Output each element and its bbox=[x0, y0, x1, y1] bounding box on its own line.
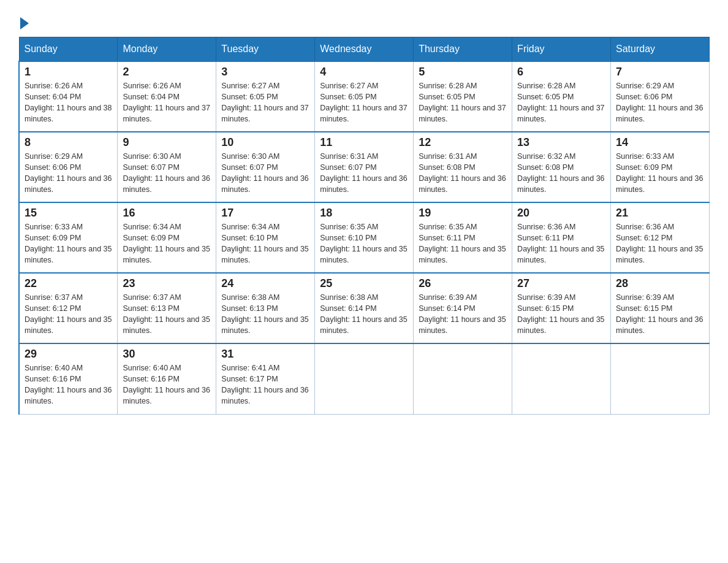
day-info: Sunrise: 6:39 AMSunset: 6:15 PMDaylight:… bbox=[616, 292, 704, 337]
day-info: Sunrise: 6:37 AMSunset: 6:12 PMDaylight:… bbox=[25, 292, 112, 337]
calendar-day-cell: 17Sunrise: 6:34 AMSunset: 6:10 PMDayligh… bbox=[216, 202, 315, 273]
calendar-day-cell: 26Sunrise: 6:39 AMSunset: 6:14 PMDayligh… bbox=[414, 273, 512, 343]
calendar-day-cell: 19Sunrise: 6:35 AMSunset: 6:11 PMDayligh… bbox=[414, 202, 512, 273]
calendar-week-row: 8Sunrise: 6:29 AMSunset: 6:06 PMDaylight… bbox=[19, 132, 710, 202]
day-number: 14 bbox=[616, 136, 704, 149]
calendar-day-cell: 6Sunrise: 6:28 AMSunset: 6:05 PMDaylight… bbox=[512, 61, 611, 132]
day-number: 6 bbox=[517, 66, 605, 79]
day-info: Sunrise: 6:33 AMSunset: 6:09 PMDaylight:… bbox=[616, 151, 704, 196]
day-info: Sunrise: 6:36 AMSunset: 6:12 PMDaylight:… bbox=[616, 221, 704, 266]
calendar-day-cell: 10Sunrise: 6:30 AMSunset: 6:07 PMDayligh… bbox=[216, 132, 315, 202]
weekday-header-row: SundayMondayTuesdayWednesdayThursdayFrid… bbox=[19, 37, 710, 62]
day-info: Sunrise: 6:31 AMSunset: 6:08 PMDaylight:… bbox=[419, 151, 507, 196]
calendar-day-cell: 30Sunrise: 6:40 AMSunset: 6:16 PMDayligh… bbox=[118, 343, 216, 414]
calendar-day-cell: 9Sunrise: 6:30 AMSunset: 6:07 PMDaylight… bbox=[118, 132, 216, 202]
day-number: 29 bbox=[25, 348, 112, 361]
weekday-header-monday: Monday bbox=[118, 37, 216, 62]
day-number: 4 bbox=[320, 66, 408, 79]
day-number: 15 bbox=[25, 207, 112, 220]
calendar-day-cell: 14Sunrise: 6:33 AMSunset: 6:09 PMDayligh… bbox=[611, 132, 710, 202]
calendar-day-cell: 21Sunrise: 6:36 AMSunset: 6:12 PMDayligh… bbox=[611, 202, 710, 273]
day-info: Sunrise: 6:40 AMSunset: 6:16 PMDaylight:… bbox=[25, 362, 112, 407]
day-info: Sunrise: 6:33 AMSunset: 6:09 PMDaylight:… bbox=[25, 221, 112, 266]
calendar-day-cell: 11Sunrise: 6:31 AMSunset: 6:07 PMDayligh… bbox=[315, 132, 414, 202]
day-number: 12 bbox=[419, 136, 507, 149]
day-number: 21 bbox=[616, 207, 704, 220]
calendar-day-cell: 25Sunrise: 6:38 AMSunset: 6:14 PMDayligh… bbox=[315, 273, 414, 343]
day-info: Sunrise: 6:39 AMSunset: 6:15 PMDaylight:… bbox=[517, 292, 605, 337]
calendar-day-cell: 1Sunrise: 6:26 AMSunset: 6:04 PMDaylight… bbox=[19, 61, 118, 132]
day-number: 8 bbox=[25, 136, 112, 149]
day-info: Sunrise: 6:35 AMSunset: 6:11 PMDaylight:… bbox=[419, 221, 507, 266]
day-info: Sunrise: 6:27 AMSunset: 6:05 PMDaylight:… bbox=[320, 80, 408, 125]
day-number: 1 bbox=[25, 66, 112, 79]
day-info: Sunrise: 6:29 AMSunset: 6:06 PMDaylight:… bbox=[25, 151, 112, 196]
day-info: Sunrise: 6:31 AMSunset: 6:07 PMDaylight:… bbox=[320, 151, 408, 196]
calendar-day-cell: 27Sunrise: 6:39 AMSunset: 6:15 PMDayligh… bbox=[512, 273, 611, 343]
day-info: Sunrise: 6:39 AMSunset: 6:14 PMDaylight:… bbox=[419, 292, 507, 337]
day-number: 22 bbox=[25, 277, 112, 290]
calendar-day-cell: 8Sunrise: 6:29 AMSunset: 6:06 PMDaylight… bbox=[19, 132, 118, 202]
empty-cell bbox=[611, 343, 710, 414]
page-header bbox=[18, 12, 710, 27]
day-number: 27 bbox=[517, 277, 605, 290]
calendar-day-cell: 15Sunrise: 6:33 AMSunset: 6:09 PMDayligh… bbox=[19, 202, 118, 273]
day-info: Sunrise: 6:41 AMSunset: 6:17 PMDaylight:… bbox=[221, 362, 309, 407]
day-number: 9 bbox=[123, 136, 211, 149]
calendar-day-cell: 24Sunrise: 6:38 AMSunset: 6:13 PMDayligh… bbox=[216, 273, 315, 343]
day-number: 13 bbox=[517, 136, 605, 149]
day-info: Sunrise: 6:27 AMSunset: 6:05 PMDaylight:… bbox=[221, 80, 309, 125]
calendar-week-row: 22Sunrise: 6:37 AMSunset: 6:12 PMDayligh… bbox=[19, 273, 710, 343]
day-number: 16 bbox=[123, 207, 211, 220]
day-info: Sunrise: 6:30 AMSunset: 6:07 PMDaylight:… bbox=[221, 151, 309, 196]
weekday-header-saturday: Saturday bbox=[611, 37, 710, 62]
day-number: 28 bbox=[616, 277, 704, 290]
calendar-week-row: 15Sunrise: 6:33 AMSunset: 6:09 PMDayligh… bbox=[19, 202, 710, 273]
calendar-day-cell: 20Sunrise: 6:36 AMSunset: 6:11 PMDayligh… bbox=[512, 202, 611, 273]
calendar-day-cell: 23Sunrise: 6:37 AMSunset: 6:13 PMDayligh… bbox=[118, 273, 216, 343]
day-number: 20 bbox=[517, 207, 605, 220]
day-info: Sunrise: 6:36 AMSunset: 6:11 PMDaylight:… bbox=[517, 221, 605, 266]
day-number: 19 bbox=[419, 207, 507, 220]
logo bbox=[18, 12, 29, 27]
day-number: 18 bbox=[320, 207, 408, 220]
day-number: 2 bbox=[123, 66, 211, 79]
calendar-day-cell: 13Sunrise: 6:32 AMSunset: 6:08 PMDayligh… bbox=[512, 132, 611, 202]
calendar-week-row: 1Sunrise: 6:26 AMSunset: 6:04 PMDaylight… bbox=[19, 61, 710, 132]
calendar-day-cell: 4Sunrise: 6:27 AMSunset: 6:05 PMDaylight… bbox=[315, 61, 414, 132]
weekday-header-sunday: Sunday bbox=[19, 37, 118, 62]
day-info: Sunrise: 6:37 AMSunset: 6:13 PMDaylight:… bbox=[123, 292, 211, 337]
day-info: Sunrise: 6:38 AMSunset: 6:14 PMDaylight:… bbox=[320, 292, 408, 337]
calendar-day-cell: 16Sunrise: 6:34 AMSunset: 6:09 PMDayligh… bbox=[118, 202, 216, 273]
weekday-header-wednesday: Wednesday bbox=[315, 37, 414, 62]
day-number: 17 bbox=[221, 207, 309, 220]
day-number: 23 bbox=[123, 277, 211, 290]
day-info: Sunrise: 6:28 AMSunset: 6:05 PMDaylight:… bbox=[517, 80, 605, 125]
logo-arrow-icon bbox=[20, 17, 29, 29]
calendar-day-cell: 7Sunrise: 6:29 AMSunset: 6:06 PMDaylight… bbox=[611, 61, 710, 132]
calendar-day-cell: 22Sunrise: 6:37 AMSunset: 6:12 PMDayligh… bbox=[19, 273, 118, 343]
calendar-week-row: 29Sunrise: 6:40 AMSunset: 6:16 PMDayligh… bbox=[19, 343, 710, 414]
calendar-day-cell: 18Sunrise: 6:35 AMSunset: 6:10 PMDayligh… bbox=[315, 202, 414, 273]
day-info: Sunrise: 6:26 AMSunset: 6:04 PMDaylight:… bbox=[123, 80, 211, 125]
calendar-day-cell: 31Sunrise: 6:41 AMSunset: 6:17 PMDayligh… bbox=[216, 343, 315, 414]
calendar-day-cell: 12Sunrise: 6:31 AMSunset: 6:08 PMDayligh… bbox=[414, 132, 512, 202]
calendar-day-cell: 2Sunrise: 6:26 AMSunset: 6:04 PMDaylight… bbox=[118, 61, 216, 132]
day-info: Sunrise: 6:32 AMSunset: 6:08 PMDaylight:… bbox=[517, 151, 605, 196]
calendar-table: SundayMondayTuesdayWednesdayThursdayFrid… bbox=[18, 37, 710, 415]
day-number: 31 bbox=[221, 348, 309, 361]
weekday-header-thursday: Thursday bbox=[414, 37, 512, 62]
calendar-day-cell: 29Sunrise: 6:40 AMSunset: 6:16 PMDayligh… bbox=[19, 343, 118, 414]
day-info: Sunrise: 6:34 AMSunset: 6:09 PMDaylight:… bbox=[123, 221, 211, 266]
empty-cell bbox=[512, 343, 611, 414]
empty-cell bbox=[414, 343, 512, 414]
day-number: 10 bbox=[221, 136, 309, 149]
day-number: 24 bbox=[221, 277, 309, 290]
calendar-day-cell: 3Sunrise: 6:27 AMSunset: 6:05 PMDaylight… bbox=[216, 61, 315, 132]
calendar-day-cell: 5Sunrise: 6:28 AMSunset: 6:05 PMDaylight… bbox=[414, 61, 512, 132]
weekday-header-friday: Friday bbox=[512, 37, 611, 62]
empty-cell bbox=[315, 343, 414, 414]
day-info: Sunrise: 6:34 AMSunset: 6:10 PMDaylight:… bbox=[221, 221, 309, 266]
day-number: 26 bbox=[419, 277, 507, 290]
day-number: 3 bbox=[221, 66, 309, 79]
